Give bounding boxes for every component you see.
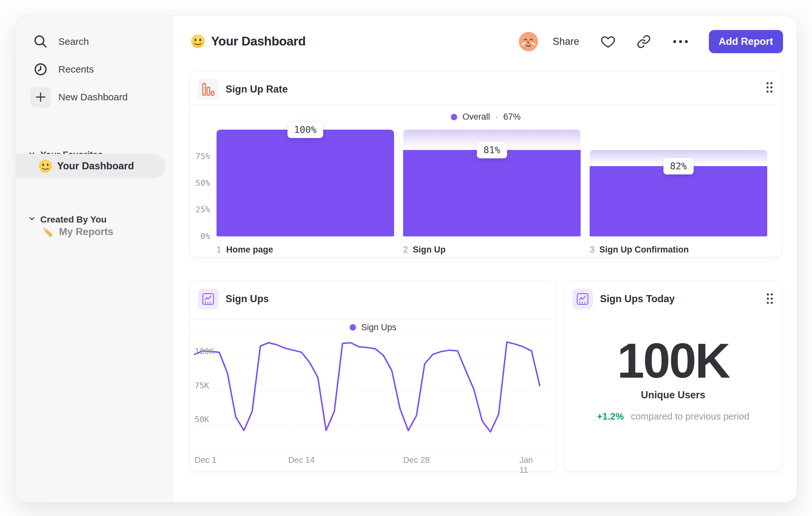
header-actions: Share Add Report [518, 30, 783, 53]
share-button[interactable]: Share [553, 36, 579, 47]
plus-icon [30, 87, 51, 107]
line-ytick: 50K [195, 415, 209, 424]
smiley-icon [38, 159, 53, 173]
metric-value: 100K [564, 332, 782, 389]
avatar[interactable] [518, 32, 539, 52]
line-chart-icon [198, 289, 219, 309]
delta-note: compared to previous period [631, 411, 750, 422]
funnel-bar-tooltip: 81% [476, 142, 507, 158]
heart-icon[interactable] [601, 34, 615, 49]
step-index: 1 [216, 245, 221, 255]
funnel-ytick: 0% [187, 232, 210, 241]
divider [190, 105, 781, 105]
funnel-bar-tooltip: 82% [663, 158, 693, 174]
smiley-icon [191, 34, 205, 49]
legend-dot [451, 114, 457, 120]
line-ytick: 100K [195, 347, 214, 356]
signups-line [195, 342, 540, 432]
page-title: Your Dashboard [211, 34, 306, 48]
sidebar-item-label: My Reports [59, 226, 113, 238]
funnel-ytick: 25% [187, 205, 210, 214]
sidebar: Search Recents New Dashboard Your Favori… [16, 16, 173, 502]
funnel-ytick: 50% [187, 178, 210, 188]
line-xtick: Dec 1 [195, 455, 216, 465]
search-icon [30, 31, 51, 52]
metric-delta-row: +1.2% compared to previous period [564, 411, 782, 422]
card-sign-up-rate: Sign Up Rate Overall · 67% 75%50%25%0%10… [190, 71, 782, 257]
line-legend[interactable]: Sign Ups [350, 323, 397, 332]
step-name: Home page [226, 245, 273, 255]
funnel-ytick: 75% [187, 152, 210, 161]
funnel-legend[interactable]: Overall · 67% [190, 112, 781, 122]
card-title: Sign Up Rate [226, 84, 288, 95]
legend-label: Overall [462, 112, 490, 122]
funnel-x-label: 3Sign Up Confirmation [590, 245, 689, 255]
line-xtick: Dec 14 [288, 455, 315, 465]
funnel-x-label: 1Home page [216, 245, 273, 255]
delta-value: +1.2% [597, 411, 624, 422]
sidebar-item-label: Search [58, 36, 89, 47]
sidebar-item-new-dashboard[interactable]: New Dashboard [30, 87, 127, 107]
line-chart-icon [572, 289, 593, 309]
metric-label: Unique Users [564, 389, 782, 401]
card-header: Sign Ups Today [572, 289, 675, 309]
sidebar-item-recents[interactable]: Recents [30, 59, 94, 80]
chart-baseline [194, 451, 552, 451]
step-name: Sign Up [413, 245, 446, 255]
legend-value: 67% [503, 112, 521, 122]
pencil-icon [40, 225, 54, 239]
line-xtick: Dec 28 [403, 455, 430, 465]
sidebar-item-label: Your Dashboard [57, 160, 134, 172]
drag-handle-icon[interactable] [766, 293, 774, 306]
chevron-down-icon [28, 214, 36, 225]
card-header: Sign Ups [198, 289, 269, 309]
sidebar-item-your-dashboard[interactable]: Your Dashboard [16, 154, 166, 178]
legend-label: Sign Ups [361, 323, 397, 332]
add-report-button[interactable]: Add Report [709, 30, 783, 53]
funnel-bar-converted [403, 150, 581, 236]
sidebar-item-label: New Dashboard [58, 91, 127, 103]
sidebar-item-my-reports[interactable]: My Reports [40, 222, 113, 242]
line-legend-row: Sign Ups [190, 320, 556, 335]
funnel-x-label: 2Sign Up [403, 245, 446, 255]
card-title: Sign Ups Today [600, 293, 675, 305]
line-xtick: Jan 11 [519, 455, 544, 475]
funnel-bar-1[interactable] [216, 130, 394, 236]
funnel-bar-tooltip: 100% [287, 121, 323, 138]
funnel-bar-converted [590, 166, 767, 236]
legend-dot [350, 324, 356, 331]
card-header: Sign Up Rate [198, 79, 288, 100]
sidebar-item-search[interactable]: Search [30, 31, 89, 52]
step-index: 3 [590, 245, 594, 255]
clock-icon [30, 59, 51, 80]
screen: Search Recents New Dashboard Your Favori… [0, 0, 812, 516]
funnel-bar-converted [216, 130, 394, 236]
card-sign-ups-today: Sign Ups Today 100K Unique Users +1.2% c… [564, 280, 782, 471]
step-index: 2 [403, 245, 408, 255]
page-header: Your Dashboard [191, 30, 306, 53]
line-ytick: 75K [195, 381, 209, 390]
drag-handle-icon[interactable] [765, 82, 773, 94]
signups-line-chart [190, 335, 556, 451]
funnel-plot: 75%50%25%0%100%81%82% [216, 130, 767, 236]
card-sign-ups: Sign Ups Sign Ups 100K75K50KDec 1Dec 14D… [190, 280, 556, 471]
step-name: Sign Up Confirmation [599, 245, 689, 255]
legend-separator: · [495, 112, 498, 122]
sidebar-item-label: Recents [58, 64, 94, 75]
link-icon[interactable] [637, 34, 651, 49]
app-window: Search Recents New Dashboard Your Favori… [16, 16, 797, 503]
ellipsis-icon[interactable] [672, 38, 689, 45]
funnel-chart-icon [198, 79, 219, 100]
card-title: Sign Ups [226, 293, 269, 305]
